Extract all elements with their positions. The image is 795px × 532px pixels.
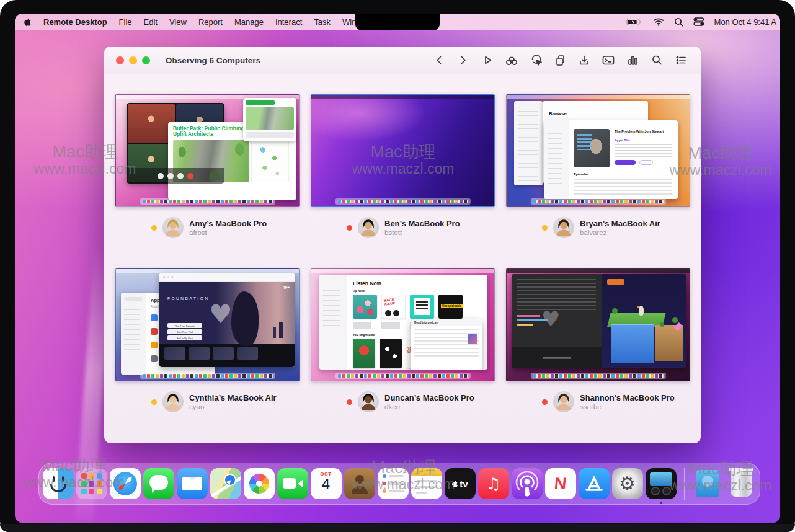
screen-thumbnail-cynthia[interactable]: Apple Apps & Games FOUNDATION tv+ Play F… [115,268,300,381]
apple-menu-icon[interactable] [24,17,32,27]
gear-icon: ⚙ [619,474,636,493]
dock-system-preferences[interactable]: ⚙ [612,468,643,499]
cover-art-3 [410,295,434,319]
dock-launchpad[interactable] [76,468,107,499]
avatar-shannon [553,391,574,412]
tv-label: tv [460,479,468,489]
dock-remote-desktop[interactable] [646,468,677,499]
avatar-duncan [358,391,379,412]
sidebar-window [514,101,543,185]
screen-thumbnail-ben[interactable] [311,94,495,207]
avatar-amy [162,217,184,238]
menu-edit[interactable]: Edit [144,17,158,27]
menu-task[interactable]: Task [314,17,331,27]
computer-username: balvarez [580,229,660,236]
computer-cell-ben[interactable]: Ben’s MacBook Pro bstott [311,94,495,238]
follow-button [639,160,653,165]
screen-thumbnail-bryan[interactable]: Browse The Problem With Jon Stewart Appl… [506,94,690,207]
dock-tv[interactable]: tv [445,468,476,499]
list-view-icon[interactable] [673,53,688,68]
laptop-hinge [0,524,795,532]
avatar-bryan [553,217,574,238]
dock-safari[interactable] [110,468,141,499]
computer-username: bstott [384,229,460,236]
computer-cell-duncan[interactable]: Listen Now Up Next! BACK ISSUE Unexplain… [311,268,495,412]
screen-thumbnail-duncan[interactable]: Listen Now Up Next! BACK ISSUE Unexplain… [311,268,495,381]
control-cursor-icon[interactable] [528,53,543,68]
computer-name: Ben’s MacBook Pro [384,219,460,228]
show-artwork [574,129,610,167]
dock-appstore[interactable] [579,468,610,499]
calendar-day: 4 [311,477,342,492]
dock-maps[interactable] [210,468,241,499]
dock-mail[interactable] [177,468,208,499]
dock-messages[interactable] [143,468,174,499]
observe-play-button[interactable] [480,53,495,68]
dock-facetime[interactable] [277,468,308,499]
game-scene [602,274,686,368]
traffic-lights [104,56,150,64]
close-button[interactable] [116,56,124,64]
menu-clock[interactable]: Mon Oct 4 9:41 A [714,17,776,27]
menu-file[interactable]: File [119,17,132,27]
back-button[interactable] [432,53,446,68]
thumb-menubar [507,95,690,99]
dock: OCT4 tv ♫ N ⚙ [38,463,760,505]
search-icon[interactable] [649,53,664,68]
dock-notes[interactable] [411,468,442,499]
dock-reminders[interactable] [378,468,409,499]
binoculars-icon[interactable] [504,53,519,68]
window-titlebar[interactable]: Observing 6 Computers [104,47,701,74]
wifi-icon[interactable] [653,17,664,26]
unix-command-icon[interactable] [601,53,616,68]
status-dot [347,399,352,405]
dock-podcasts[interactable] [512,468,543,499]
menu-app-name[interactable]: Remote Desktop [43,17,107,27]
dock-contacts[interactable] [344,468,375,499]
menu-report[interactable]: Report [198,17,223,27]
dock-trash[interactable] [726,468,757,499]
computer-cell-cynthia[interactable]: Apple Apps & Games FOUNDATION tv+ Play F… [115,268,300,412]
minimize-button[interactable] [129,56,137,64]
dock-downloads[interactable] [692,468,723,499]
dock-music[interactable]: ♫ [478,468,509,499]
computer-cell-shannon[interactable]: ♥ [506,268,690,412]
dock-finder[interactable] [43,468,74,499]
tv-plus-badge: tv+ [283,285,290,290]
battery-charging-icon[interactable] [626,18,643,26]
thumb-dock [335,198,470,205]
menu-view[interactable]: View [169,17,187,27]
menu-interact[interactable]: Interact [275,17,302,27]
thumb-dock [140,373,275,379]
screen-thumbnail-amy[interactable]: Butler Park: Public Climbing Wal Uplift … [115,94,300,207]
sketch-panel [251,140,289,182]
computer-name: Cynthia’s MacBook Air [189,393,277,402]
control-center-icon[interactable] [693,17,704,26]
thumb-menubar [507,269,690,273]
window-toolbar [432,47,688,74]
cover-back-issue: BACK ISSUE [381,295,406,319]
computer-cell-amy[interactable]: Butler Park: Public Climbing Wal Uplift … [115,94,300,238]
computer-username: afrost [189,229,267,236]
dock-photos[interactable] [244,468,275,499]
news-logo-letter: N [553,474,567,494]
copy-items-icon[interactable] [553,53,567,68]
laptop-bezel: Remote Desktop File Edit View Report Man… [0,0,795,532]
screen-thumbnail-shannon[interactable]: ♥ [506,268,690,381]
forward-button[interactable] [456,53,471,68]
computer-cell-bryan[interactable]: Browse The Problem With Jon Stewart Appl… [506,94,690,238]
reports-icon[interactable] [625,53,640,68]
playgrounds-window: ♥ [512,274,686,368]
up-next-label: Up Next! [353,290,365,293]
latest-episode-button [615,160,636,165]
zoom-button[interactable] [142,56,150,64]
show-title: The Problem With Jon Stewart [615,130,673,134]
computer-username: sserbe [580,403,675,410]
dock-news[interactable]: N [545,468,576,499]
computer-username: dkerr [384,403,474,410]
spotlight-search-icon[interactable] [674,17,683,27]
dock-separator [684,468,685,500]
menu-manage[interactable]: Manage [234,17,264,27]
install-package-icon[interactable] [577,53,592,68]
dock-calendar[interactable]: OCT4 [311,468,342,499]
